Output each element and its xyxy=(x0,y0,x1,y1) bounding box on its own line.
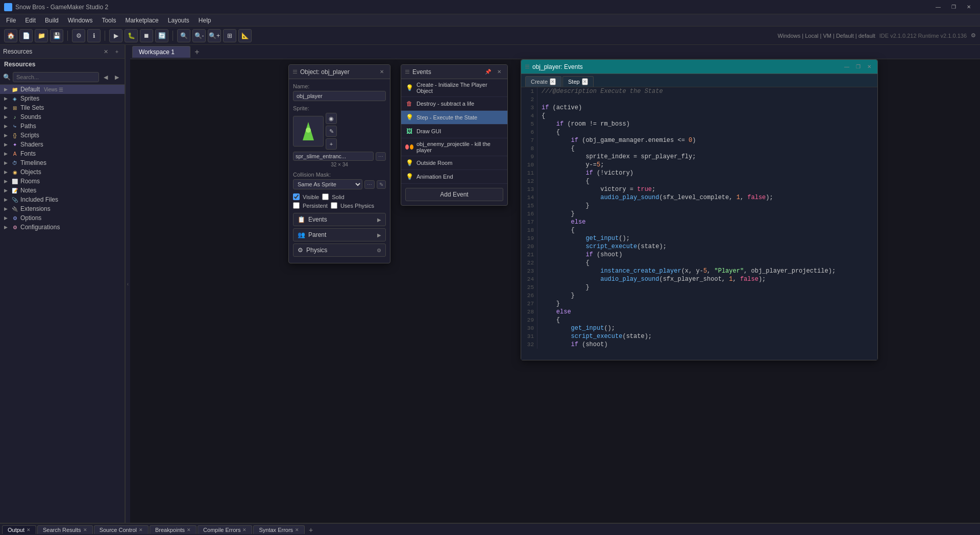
add-event-button[interactable]: Add Event xyxy=(405,188,503,201)
minimize-button[interactable]: — xyxy=(931,2,945,13)
code-panel-header[interactable]: obj_player: Events — ❐ ✕ xyxy=(521,60,877,74)
collision-mask-edit-button[interactable]: ✎ xyxy=(377,180,386,189)
menu-help[interactable]: Help xyxy=(194,16,215,25)
code-panel-maximize-button[interactable]: ❐ xyxy=(854,63,862,71)
event-step[interactable]: 💡 Step - Execute the State xyxy=(401,111,507,125)
code-tab-step[interactable]: Step ✕ xyxy=(562,76,594,87)
bottom-tab-breakpoints[interactable]: Breakpoints ✕ xyxy=(150,525,197,534)
search-next-button[interactable]: ▶ xyxy=(112,72,121,82)
output-tab-close[interactable]: ✕ xyxy=(27,527,31,532)
sidebar-item-notes[interactable]: ▶ 📝 Notes xyxy=(0,186,125,195)
syntax-tab-close[interactable]: ✕ xyxy=(295,527,299,532)
sidebar-item-paths[interactable]: ▶ ⤷ Paths xyxy=(0,121,125,131)
toolbar-zoom-in-button[interactable]: 🔍+ xyxy=(208,29,221,42)
toolbar-layout-button[interactable]: 📐 xyxy=(238,29,252,42)
workspace-tab-close-1[interactable] xyxy=(177,48,184,56)
sprite-name-input[interactable] xyxy=(293,152,374,161)
sidebar-close-button[interactable]: ✕ xyxy=(101,47,110,56)
toolbar-save-button[interactable]: 💾 xyxy=(50,29,63,42)
menu-file[interactable]: File xyxy=(2,16,20,25)
sidebar-item-rooms[interactable]: ▶ ⬜ Rooms xyxy=(0,177,125,186)
toolbar-settings-button[interactable]: ⚙ xyxy=(72,29,85,42)
add-bottom-tab-button[interactable]: + xyxy=(306,525,316,535)
sidebar-collapse-handle[interactable]: ‹ xyxy=(125,45,130,523)
persistent-checkbox[interactable] xyxy=(293,202,300,209)
bottom-tab-search-results[interactable]: Search Results ✕ xyxy=(37,525,93,534)
search-input[interactable] xyxy=(13,72,99,82)
workspace-canvas[interactable]: Object: obj_player ✕ Name: Sprite: xyxy=(130,59,980,523)
sidebar-item-default[interactable]: ▶ 📁 Default Views ☰ xyxy=(0,85,125,94)
code-panel-close-button[interactable]: ✕ xyxy=(865,63,873,71)
sidebar-add-button[interactable]: + xyxy=(112,47,121,56)
menu-layouts[interactable]: Layouts xyxy=(164,16,193,25)
sidebar-item-options[interactable]: ▶ ⚙ Options xyxy=(0,213,125,223)
toolbar-stop-button[interactable]: ⏹ xyxy=(140,29,153,42)
collision-mask-expand-button[interactable]: ⋯ xyxy=(364,180,375,189)
compile-tab-close[interactable]: ✕ xyxy=(242,527,247,532)
toolbar-zoom-out-button[interactable]: 🔍- xyxy=(192,29,206,42)
events-panel-icon-button[interactable]: 📌 xyxy=(484,68,492,76)
maximize-button[interactable]: ❐ xyxy=(946,2,961,13)
events-panel-header[interactable]: Events 📌 ✕ xyxy=(401,65,507,79)
physics-section-button[interactable]: ⚙ Physics ⚙ xyxy=(293,244,386,257)
code-panel-minimize-button[interactable]: — xyxy=(843,63,851,71)
solid-checkbox[interactable] xyxy=(322,193,329,200)
toolbar-gameinfo-button[interactable]: ℹ xyxy=(87,29,101,42)
toolbar-new-button[interactable]: 📄 xyxy=(19,29,33,42)
workspace-tab-1[interactable]: Workspace 1 xyxy=(132,46,190,58)
toolbar-debug-button[interactable]: 🐛 xyxy=(125,29,138,42)
code-editor[interactable]: 1 ///@description Execute the State 2 3 … xyxy=(521,87,877,360)
menu-windows[interactable]: Windows xyxy=(64,16,97,25)
search-tab-close[interactable]: ✕ xyxy=(83,527,87,532)
sprite-edit-button[interactable]: ✎ xyxy=(326,126,337,137)
sidebar-item-fonts[interactable]: ▶ A Fonts xyxy=(0,149,125,158)
toolbar-home-button[interactable]: 🏠 xyxy=(4,29,17,42)
toolbar-zoom-reset-button[interactable]: 🔍 xyxy=(177,29,190,42)
parent-section-button[interactable]: 👥 Parent ▶ xyxy=(293,228,386,241)
collision-mask-select[interactable]: Same As Sprite xyxy=(293,179,362,189)
sidebar-item-shaders[interactable]: ▶ ✦ Shaders xyxy=(0,140,125,149)
sidebar-item-configurations[interactable]: ▶ ⚙ Configurations xyxy=(0,223,125,232)
bottom-tab-output[interactable]: Output ✕ xyxy=(2,525,36,534)
sidebar-item-scripts[interactable]: ▶ {} Scripts xyxy=(0,131,125,140)
search-prev-button[interactable]: ◀ xyxy=(101,72,110,82)
sidebar-item-extensions[interactable]: ▶ 🔌 Extensions xyxy=(0,204,125,213)
sidebar-item-included-files[interactable]: ▶ 📎 Included Files xyxy=(0,195,125,204)
sprite-expand-button[interactable]: ⋯ xyxy=(376,152,386,161)
sidebar-item-timelines[interactable]: ▶ ⏱ Timelines xyxy=(0,158,125,167)
menu-build[interactable]: Build xyxy=(41,16,63,25)
sprite-new-button[interactable]: + xyxy=(326,138,337,150)
sprite-select-button[interactable]: ◉ xyxy=(326,113,337,124)
events-panel-close-button[interactable]: ✕ xyxy=(495,68,503,76)
menu-marketplace[interactable]: Marketplace xyxy=(121,16,162,25)
uses-physics-checkbox[interactable] xyxy=(331,202,337,209)
bottom-tab-source-control[interactable]: Source Control ✕ xyxy=(94,525,149,534)
visible-checkbox[interactable] xyxy=(293,193,300,200)
close-button[interactable]: ✕ xyxy=(962,2,976,13)
object-panel-close-button[interactable]: ✕ xyxy=(378,68,386,76)
toolbar-open-button[interactable]: 📁 xyxy=(35,29,48,42)
menu-edit[interactable]: Edit xyxy=(21,16,40,25)
code-tab-step-close[interactable]: ✕ xyxy=(582,78,588,85)
sidebar-item-objects[interactable]: ▶ ◉ Objects xyxy=(0,167,125,177)
sidebar-item-sprites[interactable]: ▶ ◈ Sprites xyxy=(0,94,125,103)
event-create[interactable]: 💡 Create - Initialize The Player Object xyxy=(401,79,507,97)
event-animation-end[interactable]: 💡 Animation End xyxy=(401,170,507,184)
event-destroy[interactable]: 🗑 Destroy - subtract a life xyxy=(401,97,507,111)
settings-gear-icon[interactable]: ⚙ xyxy=(971,32,976,39)
source-tab-close[interactable]: ✕ xyxy=(139,527,143,532)
event-collision[interactable]: obj_enemy_projectile - kill the player xyxy=(401,138,507,156)
object-panel-header[interactable]: Object: obj_player ✕ xyxy=(289,65,390,79)
bottom-tab-syntax-errors[interactable]: Syntax Errors ✕ xyxy=(253,525,305,534)
sidebar-item-tile-sets[interactable]: ▶ ⊞ Tile Sets xyxy=(0,103,125,112)
event-outside-room[interactable]: 💡 Outside Room xyxy=(401,156,507,170)
code-tab-create[interactable]: Create ✕ xyxy=(525,76,561,87)
object-name-input[interactable] xyxy=(293,91,386,101)
menu-tools[interactable]: Tools xyxy=(97,16,120,25)
bottom-tab-compile-errors[interactable]: Compile Errors ✕ xyxy=(198,525,252,534)
sidebar-item-sounds[interactable]: ▶ ♪ Sounds xyxy=(0,112,125,121)
breakpoints-tab-close[interactable]: ✕ xyxy=(187,527,191,532)
event-draw-gui[interactable]: 🖼 Draw GUI xyxy=(401,125,507,138)
events-section-button[interactable]: 📋 Events ▶ xyxy=(293,213,386,226)
code-tab-create-close[interactable]: ✕ xyxy=(550,78,556,85)
